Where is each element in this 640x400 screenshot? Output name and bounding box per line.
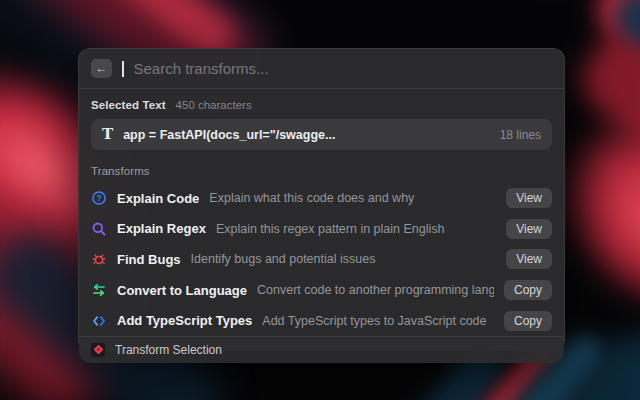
- transform-row-find-bugs[interactable]: Find Bugs Identify bugs and potential is…: [91, 244, 552, 275]
- transform-title: Convert to Language: [117, 283, 247, 298]
- transform-description: Explain this regex pattern in plain Engl…: [216, 222, 496, 236]
- selected-text-section-label: Selected Text: [91, 99, 166, 111]
- text-icon: T: [102, 127, 113, 142]
- copy-button[interactable]: Copy: [504, 311, 552, 331]
- back-button[interactable]: ←: [91, 59, 112, 78]
- selected-line-count: 18 lines: [500, 128, 541, 142]
- magnifier-icon: [91, 221, 107, 237]
- red-diamond-icon: [93, 345, 103, 355]
- transform-row-convert-to-language[interactable]: Convert to Language Convert code to anot…: [91, 275, 552, 306]
- transform-title: Explain Regex: [117, 221, 206, 236]
- transforms-section-label: Transforms: [91, 165, 150, 177]
- transform-title: Explain Code: [117, 191, 199, 206]
- transform-row-explain-code[interactable]: ? Explain Code Explain what this code do…: [91, 183, 552, 214]
- transform-palette-dialog: ← Selected Text 450 characters T app = F…: [78, 48, 565, 351]
- transform-description: Convert code to another programming lang…: [257, 283, 494, 297]
- copy-button[interactable]: Copy: [504, 280, 552, 300]
- footer-action-label[interactable]: Transform Selection: [115, 343, 222, 357]
- search-bar: ←: [79, 49, 564, 89]
- search-input[interactable]: [134, 60, 553, 77]
- back-arrow-icon: ←: [96, 59, 108, 78]
- selected-char-count: 450 characters: [176, 99, 252, 111]
- transform-selection-icon: [90, 342, 106, 358]
- selected-text-row[interactable]: T app = FastAPI(docs_url="/swagge... 18 …: [91, 119, 552, 150]
- transform-description: Identify bugs and potential issues: [191, 252, 497, 266]
- code-brackets-icon: [91, 313, 107, 329]
- transform-description: Add TypeScript types to JavaScript code: [262, 314, 494, 328]
- transform-row-add-typescript-types[interactable]: Add TypeScript Types Add TypeScript type…: [91, 305, 552, 336]
- transform-row-explain-regex[interactable]: Explain Regex Explain this regex pattern…: [91, 214, 552, 245]
- transform-description: Explain what this code does and why: [209, 191, 496, 205]
- text-caret: [122, 61, 124, 77]
- selected-text-preview: app = FastAPI(docs_url="/swagge...: [123, 128, 489, 142]
- bug-icon: [91, 251, 107, 267]
- question-circle-icon: ?: [91, 190, 107, 206]
- view-button[interactable]: View: [506, 188, 552, 208]
- transform-title: Find Bugs: [117, 252, 181, 267]
- view-button[interactable]: View: [506, 219, 552, 239]
- footer-action-bar: Transform Selection: [79, 336, 564, 363]
- transform-title: Add TypeScript Types: [117, 313, 252, 328]
- svg-text:?: ?: [96, 193, 101, 203]
- swap-arrows-icon: [91, 282, 107, 298]
- view-button[interactable]: View: [506, 249, 552, 269]
